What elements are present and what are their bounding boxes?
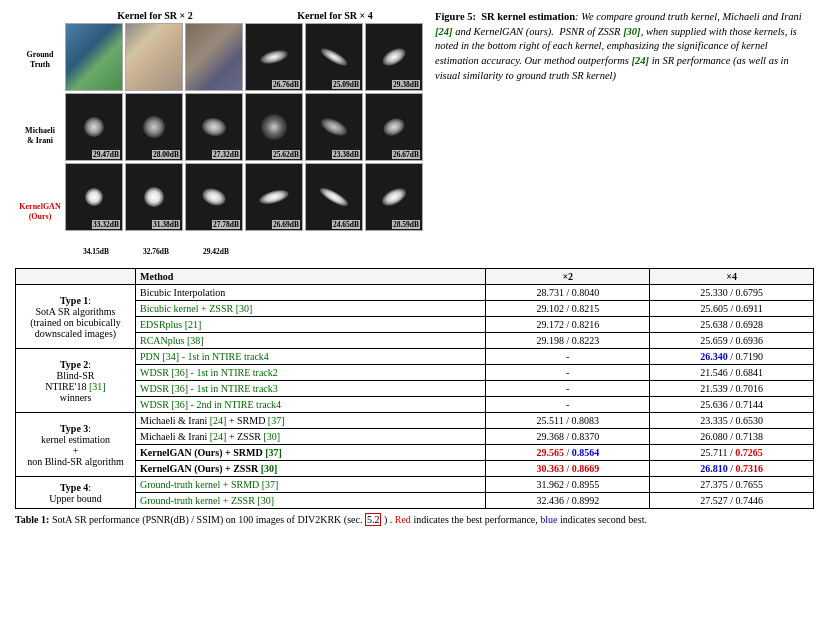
kernel-kg-1: 33.32dB [65, 163, 123, 231]
table-row: Type 3: kernel estimation + non Blind-SR… [16, 413, 814, 429]
kernel-mi-3: 27.32dB [185, 93, 243, 161]
val-wdsr3-x4: 21.539 / 0.7016 [650, 381, 814, 397]
kernel-mi-4: 25.62dB [245, 93, 303, 161]
db-label-gt-5: 25.09dB [332, 80, 360, 89]
kernel-grid-body: 26.76dB 25.09dB 29.38dB 29.47dB [65, 23, 423, 249]
kernel-mi-1: 29.47dB [65, 93, 123, 161]
kernel-grid-rows: Ground Truth Michaeli & Irani KernelGAN … [15, 23, 425, 249]
val-wdsr4-x2: - [486, 397, 650, 413]
table-row: EDSRplus [21] 29.172 / 0.8216 25.638 / 0… [16, 317, 814, 333]
kernel-col-headers: Kernel for SR × 2 Kernel for SR × 4 [65, 10, 425, 21]
method-gt-zssr: Ground-truth kernel + ZSSR [30] [136, 493, 486, 509]
val-kgan-srmd-x2: 29.565 / 0.8564 [486, 445, 650, 461]
db-label-gt-4: 26.76dB [272, 80, 300, 89]
method-wdsr-track3: WDSR [36] - 1st in NTIRE track3 [136, 381, 486, 397]
photo-cats [125, 23, 183, 91]
val-kgan-zssr-x4: 26.810 / 0.7316 [650, 461, 814, 477]
val-edsr-x4: 25.638 / 0.6928 [650, 317, 814, 333]
val-mi-zssr-x4: 26.080 / 0.7138 [650, 429, 814, 445]
method-bicubic-interp: Bicubic Interpolation [136, 285, 486, 301]
kernel-kg-5: 24.65dB [305, 163, 363, 231]
val-wdsr3-x2: - [486, 381, 650, 397]
kernel-gt-5: 25.09dB [305, 23, 363, 91]
table-row: Ground-truth kernel + ZSSR [30] 32.436 /… [16, 493, 814, 509]
figure-caption-text: SR kernel estimation: We compare ground … [435, 11, 802, 81]
method-kgan-srmd: KernelGAN (Ours) + SRMD [37] [136, 445, 486, 461]
kernel-gt-4: 26.76dB [245, 23, 303, 91]
db-mi-5: 23.38dB [332, 150, 360, 159]
method-kgan-zssr: KernelGAN (Ours) + ZSSR [30] [136, 461, 486, 477]
figure-section: Kernel for SR × 2 Kernel for SR × 4 Grou… [15, 10, 814, 256]
kernel-header-sr2: Kernel for SR × 2 [65, 10, 245, 21]
val-mi-srmd-x2: 25.511 / 0.8083 [486, 413, 650, 429]
table-caption-end: ) . Red indicates the best performance, … [381, 514, 646, 525]
th-x4: ×4 [650, 269, 814, 285]
table-row: Michaeli & Irani [24] + ZSSR [30] 29.368… [16, 429, 814, 445]
table-row: KernelGAN (Ours) + ZSSR [30] 30.363 / 0.… [16, 461, 814, 477]
method-bicubic-zssr: Bicubic kernel + ZSSR [30] [136, 301, 486, 317]
val-gt-zssr-x2: 32.436 / 0.8992 [486, 493, 650, 509]
db-gt-1: 34.15dB [67, 247, 125, 256]
row-label-ground-truth: Ground Truth [15, 23, 65, 97]
db-gt-2: 32.76dB [127, 247, 185, 256]
val-wdsr2-x2: - [486, 365, 650, 381]
kernel-kg-2: 31.38dB [125, 163, 183, 231]
th-method: Method [136, 269, 486, 285]
table-caption: Table 1: SotA SR performance (PSNR(dB) /… [15, 513, 814, 527]
method-wdsr-track2: WDSR [36] - 1st in NTIRE track2 [136, 365, 486, 381]
val-gt-srmd-x4: 27.375 / 0.7655 [650, 477, 814, 493]
val-rcan-x2: 29.198 / 0.8223 [486, 333, 650, 349]
kernel-gt-6: 29.38dB [365, 23, 423, 91]
th-category [16, 269, 136, 285]
val-edsr-x2: 29.172 / 0.8216 [486, 317, 650, 333]
table-body: Type 1: SotA SR algorithms (trained on b… [16, 285, 814, 509]
row-label-michaeli: Michaeli & Irani [15, 99, 65, 173]
val-gt-srmd-x2: 31.962 / 0.8955 [486, 477, 650, 493]
val-mi-srmd-x4: 23.335 / 0.6530 [650, 413, 814, 429]
table-row: Type 2: Blind-SR NTIRE'18 [31] winners P… [16, 349, 814, 365]
kernel-mi-2: 28.00dB [125, 93, 183, 161]
table-row: Type 4: Upper bound Ground-truth kernel … [16, 477, 814, 493]
val-bicubic-x4: 25.330 / 0.6795 [650, 285, 814, 301]
val-gt-zssr-x4: 27.527 / 0.7446 [650, 493, 814, 509]
val-bicubic-x2: 28.731 / 0.8040 [486, 285, 650, 301]
figure-caption: Figure 5: SR kernel estimation: We compa… [435, 10, 814, 256]
table-row: WDSR [36] - 1st in NTIRE track3 - 21.539… [16, 381, 814, 397]
val-kgan-srmd-x4: 25.711 / 0.7265 [650, 445, 814, 461]
table-row: KernelGAN (Ours) + SRMD [37] 29.565 / 0.… [16, 445, 814, 461]
table-caption-text: SotA SR performance (PSNR(dB) / SSIM) on… [52, 514, 365, 525]
table-row: WDSR [36] - 2nd in NTIRE track4 - 25.636… [16, 397, 814, 413]
ground-truth-row: 26.76dB 25.09dB 29.38dB [65, 23, 423, 91]
figure-number-title: Figure 5: [435, 11, 476, 22]
val-pdn-x2: - [486, 349, 650, 365]
db-gt-3: 29.42dB [187, 247, 245, 256]
table-row: Bicubic kernel + ZSSR [30] 29.102 / 0.82… [16, 301, 814, 317]
kernel-mi-5: 23.38dB [305, 93, 363, 161]
method-mi-srmd: Michaeli & Irani [24] + SRMD [37] [136, 413, 486, 429]
row-labels: Ground Truth Michaeli & Irani KernelGAN … [15, 23, 65, 249]
table-header-row: Method ×2 ×4 [16, 269, 814, 285]
db-mi-1: 29.47dB [92, 150, 120, 159]
kernel-kg-3: 27.78dB [185, 163, 243, 231]
db-gt-5-lbl [307, 247, 365, 256]
table-row: WDSR [36] - 1st in NTIRE track2 - 21.546… [16, 365, 814, 381]
val-bcubic-zssr-x2: 29.102 / 0.8215 [486, 301, 650, 317]
type3-category: Type 3: kernel estimation + non Blind-SR… [16, 413, 136, 477]
db-mi-6: 26.67dB [392, 150, 420, 159]
method-mi-zssr: Michaeli & Irani [24] + ZSSR [30] [136, 429, 486, 445]
photo-beach [65, 23, 123, 91]
kernel-mi-6: 26.67dB [365, 93, 423, 161]
val-wdsr4-x4: 25.636 / 0.7144 [650, 397, 814, 413]
db-mi-4: 25.62dB [272, 150, 300, 159]
val-kgan-zssr-x2: 30.363 / 0.8669 [486, 461, 650, 477]
db-kg-3: 27.78dB [212, 220, 240, 229]
type4-category: Type 4: Upper bound [16, 477, 136, 509]
method-wdsr-track4: WDSR [36] - 2nd in NTIRE track4 [136, 397, 486, 413]
db-mi-3: 27.32dB [212, 150, 240, 159]
method-pdn: PDN [34] - 1st in NTIRE track4 [136, 349, 486, 365]
val-mi-zssr-x2: 29.368 / 0.8370 [486, 429, 650, 445]
table-row: Type 1: SotA SR algorithms (trained on b… [16, 285, 814, 301]
db-gt-4-lbl [247, 247, 305, 256]
kernel-header-sr4: Kernel for SR × 4 [245, 10, 425, 21]
photo-building [185, 23, 243, 91]
